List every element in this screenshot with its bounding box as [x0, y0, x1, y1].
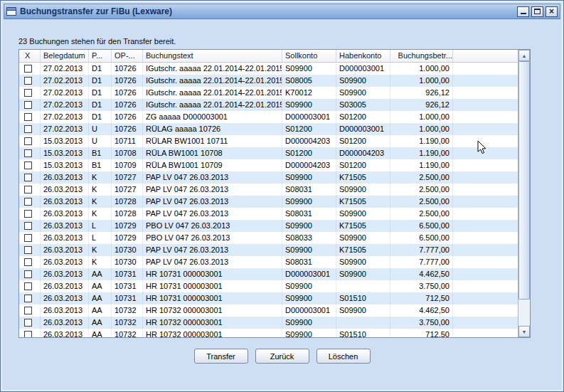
- table-row[interactable]: 26.03.2013 AA 10731 HR 10731 000003001 S…: [19, 292, 518, 304]
- cell-sollkonto: D000003001: [282, 304, 336, 317]
- delete-button[interactable]: Löschen: [316, 349, 371, 364]
- row-checkbox[interactable]: [24, 113, 32, 121]
- scroll-down-button[interactable]: ▼: [518, 326, 530, 337]
- column-header-belegdatum[interactable]: Belegdatum: [41, 50, 89, 62]
- cell-belegdatum: 26.03.2013: [41, 256, 89, 268]
- table-row[interactable]: 27.02.2013 D1 10726 ZG aaaaa D000003001 …: [19, 111, 518, 123]
- column-header-buchungsbetrag[interactable]: Buchungsbetr...: [390, 50, 453, 62]
- cell-filler: [453, 304, 518, 317]
- table-row[interactable]: 26.03.2013 K 10728 PAP LV 047 26.03.2013…: [19, 208, 518, 220]
- table-body: 27.02.2013 D1 10726 IGutschr. aaaaa 22.0…: [19, 63, 518, 337]
- table-row[interactable]: 15.03.2013 B1 10709 RÜLA BW1001 10709 D0…: [19, 159, 518, 171]
- scroll-up-button[interactable]: ▲: [518, 50, 530, 61]
- table-row[interactable]: 26.03.2013 K 10730 PAP LV 047 26.03.2013…: [19, 256, 518, 268]
- transfer-button[interactable]: Transfer: [194, 349, 248, 364]
- cell-habenkonto: S01510: [336, 329, 390, 337]
- row-checkbox[interactable]: [24, 210, 32, 218]
- cell-sollkonto: S09900: [282, 280, 336, 292]
- table-row[interactable]: 26.03.2013 AA 10731 HR 10731 000003001 S…: [19, 280, 518, 292]
- row-checkbox[interactable]: [24, 234, 32, 242]
- table-row[interactable]: 26.03.2013 K 10730 PAP LV 047 26.03.2013…: [19, 244, 518, 256]
- table-row[interactable]: 27.02.2013 D1 10726 IGutschr. aaaaa 22.0…: [19, 87, 518, 99]
- maximize-button[interactable]: [531, 6, 543, 17]
- scrollbar-track[interactable]: [518, 61, 530, 326]
- cell-buchungstext: RÜLAR BW1001 10711: [143, 135, 282, 147]
- table-row[interactable]: 26.03.2013 K 10728 PAP LV 047 26.03.2013…: [19, 196, 518, 208]
- cell-periode: AA: [89, 280, 112, 292]
- table-row[interactable]: 26.03.2013 L 10729 PBO LV 047 26.03.2013…: [19, 220, 518, 232]
- column-header-habenkonto[interactable]: Habenkonto: [336, 50, 390, 62]
- row-checkbox[interactable]: [24, 161, 32, 169]
- cell-periode: D1: [89, 63, 112, 75]
- cell-betrag: 2.500,00: [390, 171, 453, 184]
- row-checkbox[interactable]: [24, 89, 32, 97]
- row-checkbox[interactable]: [24, 101, 32, 109]
- cell-periode: AA: [89, 317, 112, 329]
- column-header-buchungstext[interactable]: Buchungstext: [143, 50, 282, 62]
- cell-buchungstext: HR 10731 000003001: [143, 280, 282, 292]
- row-checkbox[interactable]: [24, 186, 32, 194]
- cell-belegdatum: 26.03.2013: [41, 232, 89, 244]
- row-checkbox[interactable]: [24, 331, 32, 337]
- cell-belegdatum: 26.03.2013: [41, 196, 89, 208]
- row-checkbox[interactable]: [24, 282, 32, 290]
- row-checkbox[interactable]: [24, 319, 32, 327]
- table-row[interactable]: 15.03.2013 U 10711 RÜLAR BW1001 10711 D0…: [19, 135, 518, 147]
- row-checkbox[interactable]: [24, 149, 32, 157]
- cell-buchungstext: PAP LV 047 26.03.2013: [143, 256, 282, 268]
- row-checkbox[interactable]: [24, 222, 32, 230]
- table-row[interactable]: 15.03.2013 B1 10708 RÜLA BW1001 10708 S0…: [19, 147, 518, 159]
- table-row[interactable]: 26.03.2013 AA 10732 HR 10732 000003001 S…: [19, 329, 518, 337]
- cell-buchungstext: RÜLAG aaaaa 10726: [143, 123, 282, 135]
- row-checkbox[interactable]: [24, 270, 32, 278]
- table-row[interactable]: 27.02.2013 D1 10726 IGutschr. aaaaa 22.0…: [19, 99, 518, 111]
- window-icon: [6, 7, 16, 16]
- cell-belegdatum: 26.03.2013: [41, 292, 89, 304]
- cell-filler: [453, 147, 518, 159]
- table-row[interactable]: 26.03.2013 L 10729 PBO LV 047 26.03.2013…: [19, 232, 518, 244]
- row-checkbox[interactable]: [24, 307, 32, 314]
- table-row[interactable]: 27.02.2013 D1 10726 IGutschr. aaaaa 22.0…: [19, 63, 518, 75]
- table-row[interactable]: 27.02.2013 D1 10726 IGutschr. aaaaa 22.0…: [19, 75, 518, 87]
- cell-op: 10726: [112, 87, 143, 99]
- cell-betrag: 7.777,00: [390, 244, 453, 256]
- row-checkbox[interactable]: [24, 137, 32, 145]
- column-header-select[interactable]: X: [19, 50, 41, 62]
- cell-habenkonto: S03005: [336, 99, 390, 111]
- column-header-sollkonto[interactable]: Sollkonto: [282, 50, 336, 62]
- cell-buchungstext: IGutschr. aaaaa 22.01.2014-22.01.2015: [143, 87, 282, 99]
- cell-filler: [453, 244, 518, 256]
- bookings-table: X Belegdatum P... OP-... Buchungstext So…: [18, 49, 531, 338]
- table-row[interactable]: 26.03.2013 AA 10732 HR 10732 000003001 D…: [19, 304, 518, 317]
- cell-buchungstext: IGutschr. aaaaa 22.01.2014-22.01.2015: [143, 75, 282, 87]
- cell-habenkonto: K71505: [336, 196, 390, 208]
- cell-op: 10726: [112, 63, 143, 75]
- table-row[interactable]: 26.03.2013 K 10727 PAP LV 047 26.03.2013…: [19, 184, 518, 196]
- table-row[interactable]: 26.03.2013 AA 10732 HR 10732 000003001 S…: [19, 317, 518, 329]
- close-button[interactable]: ×: [546, 6, 558, 17]
- table-row[interactable]: 26.03.2013 AA 10731 HR 10731 000003001 D…: [19, 268, 518, 280]
- cell-periode: B1: [89, 147, 112, 159]
- row-checkbox[interactable]: [24, 77, 32, 85]
- table-row[interactable]: 27.02.2013 U 10726 RÜLAG aaaaa 10726 S01…: [19, 123, 518, 135]
- row-checkbox[interactable]: [24, 65, 32, 73]
- row-checkbox[interactable]: [24, 246, 32, 254]
- row-checkbox[interactable]: [24, 125, 32, 133]
- cell-betrag: 3.750,00: [390, 280, 453, 292]
- cell-periode: L: [89, 232, 112, 244]
- cell-betrag: 1.000,00: [390, 63, 453, 75]
- row-checkbox[interactable]: [24, 295, 32, 302]
- back-button[interactable]: Zurück: [255, 349, 309, 364]
- row-checkbox[interactable]: [24, 198, 32, 206]
- column-header-periode[interactable]: P...: [89, 50, 112, 62]
- cell-select: [19, 220, 41, 232]
- vertical-scrollbar[interactable]: ▲ ▼: [518, 50, 530, 337]
- column-header-op[interactable]: OP-...: [112, 50, 143, 62]
- cell-op: 10730: [112, 256, 143, 268]
- row-checkbox[interactable]: [24, 258, 32, 266]
- scrollbar-thumb[interactable]: [518, 61, 530, 300]
- minimize-button[interactable]: [517, 6, 529, 17]
- cell-op: 10730: [112, 244, 143, 256]
- row-checkbox[interactable]: [24, 174, 32, 181]
- table-row[interactable]: 26.03.2013 K 10727 PAP LV 047 26.03.2013…: [19, 171, 518, 184]
